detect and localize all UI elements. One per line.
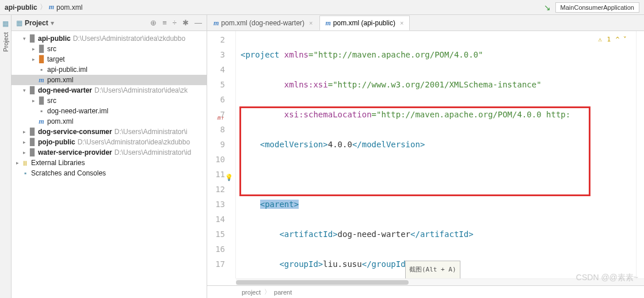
run-config-selector[interactable]: MainConsumerApplication [555, 2, 639, 13]
xml-breadcrumb: project 〉 parent [207, 285, 644, 298]
intention-bulb-icon[interactable]: 💡 [225, 170, 233, 185]
code-editor[interactable]: <project xmlns="http://maven.apache.org/… [236, 31, 636, 278]
line-gutter: 2 3 4 5 6 7m↑ 8 9 10 11💡 12 13 14 15 16 … [207, 31, 236, 278]
crumb-project[interactable]: project [242, 289, 261, 296]
dropdown-icon[interactable]: ▾ [51, 19, 54, 27]
tree-node-external-libraries[interactable]: ▸⫼External Libraries [12, 158, 207, 168]
editor-tabs: mpom.xml (dog-need-warter)× mpom.xml (ap… [207, 15, 644, 31]
settings-icon[interactable]: ✱ [182, 18, 189, 27]
project-tool-icon[interactable]: ▦ [2, 20, 9, 28]
maven-icon: m [49, 3, 54, 12]
tab-pom-dog[interactable]: mpom.xml (dog-need-warter)× [207, 16, 319, 30]
watermark: CSDN @@素素~ [576, 273, 638, 283]
tab-pom-api-public[interactable]: mpom.xml (api-public)× [319, 16, 410, 30]
breadcrumb-sep: 〉 [40, 2, 47, 12]
tree-node-pom-xml2[interactable]: mpom.xml [12, 116, 207, 127]
tree-node-pom-xml[interactable]: mpom.xml [12, 75, 207, 85]
editor-area: mpom.xml (dog-need-warter)× mpom.xml (ap… [207, 15, 644, 298]
close-icon[interactable]: × [309, 20, 313, 26]
editor-body[interactable]: 2 3 4 5 6 7m↑ 8 9 10 11💡 12 13 14 15 16 … [207, 31, 644, 278]
tree-node-water-service-provider[interactable]: ▸▉water-service-providerD:\Users\Adminis… [12, 147, 207, 158]
project-panel-title[interactable]: Project [25, 19, 48, 27]
build-icon[interactable]: ↘ [544, 3, 551, 12]
hide-icon[interactable]: — [195, 18, 202, 27]
tree-node-dog-iml[interactable]: ▪dog-need-warter.iml [12, 106, 207, 116]
breadcrumb: api-public 〉 m pom.xml [5, 2, 82, 12]
crumb-parent[interactable]: parent [274, 289, 292, 296]
tree-node-dog-service-consumer[interactable]: ▸▉dog-service-consumerD:\Users\Administr… [12, 127, 207, 137]
tool-window-stripe: ▦ Project [0, 15, 12, 298]
breadcrumb-file[interactable]: pom.xml [56, 3, 82, 12]
tree-node-scratches[interactable]: ▪Scratches and Consoles [12, 168, 207, 178]
tree-node-pojo-public[interactable]: ▸▉pojo-publicD:\Users\Administrator\idea… [12, 137, 207, 147]
inspection-badge[interactable]: ⚠ 1 ^ ˅ [598, 32, 627, 47]
tree-node-src[interactable]: ▸▉src [12, 44, 207, 54]
project-view-icon: ▦ [16, 19, 22, 27]
screenshot-tooltip: 截图(Alt + A) [405, 261, 460, 278]
tree-node-api-public[interactable]: ▾▉api-publicD:\Users\Administrator\idea\… [12, 33, 207, 44]
select-opened-icon[interactable]: ⊕ [150, 18, 157, 27]
collapse-all-icon[interactable]: ÷ [173, 18, 177, 27]
tree-node-dog-need-warter[interactable]: ▾▉dog-need-warterD:\Users\Administrator\… [12, 85, 207, 95]
close-icon[interactable]: × [400, 20, 403, 26]
tree-node-api-public-iml[interactable]: ▪api-public.iml [12, 64, 207, 75]
project-tool-label[interactable]: Project [2, 32, 9, 52]
project-panel-header: ▦ Project ▾ ⊕ ≡ ÷ ✱ — [12, 15, 207, 31]
breadcrumb-root[interactable]: api-public [5, 3, 37, 12]
project-tree: ▾▉api-publicD:\Users\Administrator\idea\… [12, 31, 207, 181]
tree-node-src2[interactable]: ▸▉src [12, 95, 207, 106]
project-panel: ▦ Project ▾ ⊕ ≡ ÷ ✱ — ▾▉api-publicD:\Use… [12, 15, 207, 298]
tree-node-target[interactable]: ▸▉target [12, 54, 207, 64]
expand-all-icon[interactable]: ≡ [162, 18, 167, 27]
toolbar-right: ↘ MainConsumerApplication [544, 2, 639, 13]
top-toolbar: api-public 〉 m pom.xml ↘ MainConsumerApp… [0, 0, 644, 15]
error-stripe[interactable] [636, 31, 644, 278]
